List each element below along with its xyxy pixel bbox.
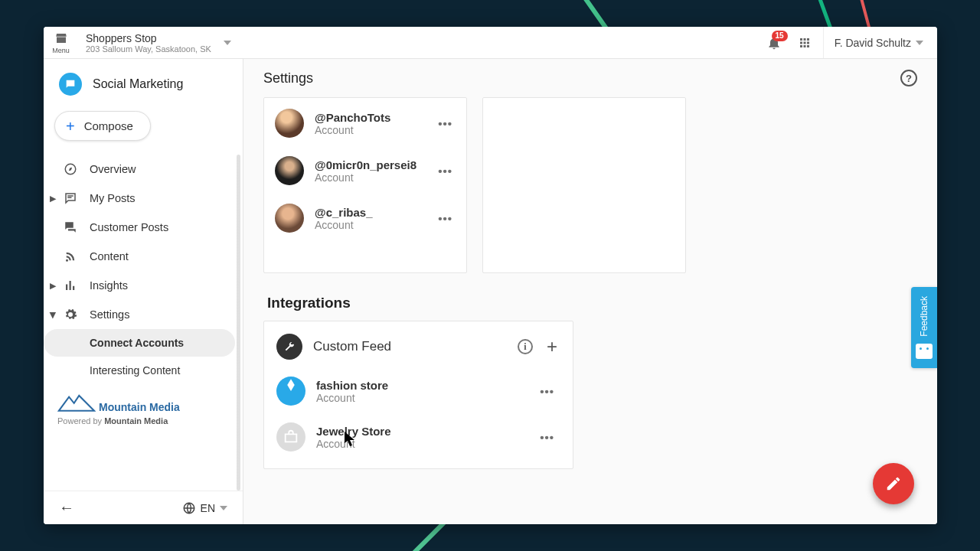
integrations-heading: Integrations: [267, 295, 917, 311]
apps-grid-button[interactable]: [792, 36, 817, 50]
more-menu-button[interactable]: •••: [435, 161, 456, 181]
rss-icon: [64, 249, 77, 263]
sidebar-item-myposts[interactable]: ▶ My Posts: [44, 184, 243, 213]
compose-fab[interactable]: [873, 463, 914, 504]
avatar: [276, 377, 305, 406]
chevron-down-icon: [916, 41, 923, 45]
more-menu-button[interactable]: •••: [435, 114, 456, 133]
menu-label: Menu: [52, 47, 70, 54]
integration-row: Jewelry Store Account •••: [264, 415, 573, 468]
wrench-icon: [276, 334, 302, 360]
chevron-down-icon: [220, 506, 227, 510]
more-menu-button[interactable]: •••: [537, 382, 557, 401]
avatar: [275, 156, 304, 185]
product-icon: [59, 73, 82, 96]
more-menu-button[interactable]: •••: [537, 428, 557, 447]
sidebar-item-settings[interactable]: ▶ Settings: [44, 300, 243, 329]
mountain-icon: [57, 392, 96, 413]
add-integration-button[interactable]: +: [544, 336, 560, 357]
account-row: @PanchoTots Account •••: [264, 101, 466, 148]
page-header: Settings ?: [243, 59, 937, 97]
message-icon: [64, 191, 77, 205]
language-switcher[interactable]: EN: [182, 501, 227, 515]
sidebar-item-label: Customer Posts: [90, 221, 168, 233]
compose-button[interactable]: + Compose: [54, 111, 151, 141]
empty-side-card: [482, 97, 686, 273]
account-type: Account: [315, 171, 424, 184]
integration-name: fashion store: [316, 379, 526, 392]
powered-name: Mountain Media: [104, 416, 168, 425]
more-menu-button[interactable]: •••: [435, 209, 456, 228]
sidebar-item-overview[interactable]: Overview: [44, 155, 243, 184]
account-name: @0micr0n_persei8: [315, 158, 424, 171]
sidebar-footer: ← EN: [44, 491, 243, 524]
sidebar-item-label: Overview: [90, 163, 136, 175]
pencil-icon: [885, 475, 902, 492]
compose-label: Compose: [84, 119, 133, 132]
avatar: [276, 422, 305, 452]
page-title: Settings: [263, 70, 313, 86]
sidebar-item-insights[interactable]: ▶ Insights: [44, 271, 243, 300]
chevron-right-icon: ▶: [50, 194, 56, 204]
sidebar-sub-connect-accounts[interactable]: Connect Accounts: [44, 329, 235, 357]
compass-icon: [64, 162, 77, 176]
brand-logo: Mountain Media: [57, 392, 229, 413]
notification-badge: 15: [772, 31, 788, 41]
forum-icon: [64, 220, 77, 234]
integration-title: Custom Feed: [313, 339, 507, 354]
feedback-tab[interactable]: Feedback: [911, 287, 937, 368]
sidebar-item-content[interactable]: Content: [44, 242, 243, 271]
top-bar: Menu Shoppers Stop 203 Salloum Way, Sask…: [44, 27, 937, 59]
apps-grid-icon: [798, 36, 812, 50]
business-address: 203 Salloum Way, Saskatoon, SK: [86, 44, 211, 54]
sidebar-item-label: Content: [90, 250, 129, 262]
info-button[interactable]: i: [518, 339, 533, 354]
avatar: [275, 109, 304, 138]
main-content: Settings ? @PanchoTots Account •••: [243, 59, 937, 524]
notifications-button[interactable]: 15: [762, 35, 786, 51]
plus-icon: +: [66, 120, 75, 132]
integration-header: Custom Feed i +: [264, 321, 573, 369]
business-switcher[interactable]: Shoppers Stop 203 Salloum Way, Saskatoon…: [78, 32, 231, 54]
accounts-card: @PanchoTots Account ••• @0micr0n_persei8…: [263, 97, 467, 273]
chevron-down-icon: [224, 41, 231, 45]
sidebar-item-label: Settings: [90, 308, 129, 321]
sidebar-sub-interesting-content[interactable]: Interesting Content: [44, 357, 235, 384]
back-button[interactable]: ←: [59, 499, 74, 517]
language-label: EN: [201, 502, 215, 514]
chevron-down-icon: ▶: [48, 311, 58, 318]
menu-button[interactable]: Menu: [44, 31, 78, 54]
account-name: @PanchoTots: [315, 111, 424, 124]
gear-icon: [64, 308, 77, 321]
account-row: @0micr0n_persei8 Account •••: [264, 148, 466, 196]
sidebar-item-label: My Posts: [90, 192, 136, 204]
brand-area: Mountain Media Powered by Mountain Media: [44, 384, 243, 430]
help-button[interactable]: ?: [900, 70, 917, 86]
globe-icon: [182, 501, 196, 515]
brand-name: Mountain Media: [99, 401, 180, 413]
account-type: Account: [315, 219, 424, 231]
product-name: Social Marketing: [93, 77, 183, 91]
account-type: Account: [315, 124, 424, 136]
avatar: [275, 204, 304, 233]
account-name: @c_ribas_: [315, 206, 424, 219]
tag-icon: [276, 377, 305, 406]
business-name: Shoppers Stop: [86, 32, 211, 44]
feedback-label: Feedback: [919, 296, 929, 337]
user-name: F. David Schultz: [835, 37, 911, 49]
integration-card: Custom Feed i + fashion store Account ••…: [263, 321, 573, 469]
sidebar-nav: Overview ▶ My Posts Customer Posts Conte…: [44, 155, 243, 491]
powered-by: Powered by Mountain Media: [57, 416, 229, 425]
sidebar-item-label: Insights: [90, 279, 128, 292]
sidebar-item-customerposts[interactable]: Customer Posts: [44, 213, 243, 242]
briefcase-icon: [283, 429, 299, 445]
chat-bubble-icon: [64, 78, 77, 90]
bar-chart-icon: [64, 279, 77, 292]
sidebar: Social Marketing + Compose Overview ▶ My…: [44, 59, 243, 524]
main-scroll[interactable]: @PanchoTots Account ••• @0micr0n_persei8…: [243, 97, 937, 524]
integration-type: Account: [316, 392, 526, 404]
user-menu[interactable]: F. David Schultz: [823, 27, 929, 58]
chevron-right-icon: ▶: [50, 281, 56, 291]
powered-prefix: Powered by: [57, 416, 104, 425]
storefront-icon: [54, 31, 68, 45]
